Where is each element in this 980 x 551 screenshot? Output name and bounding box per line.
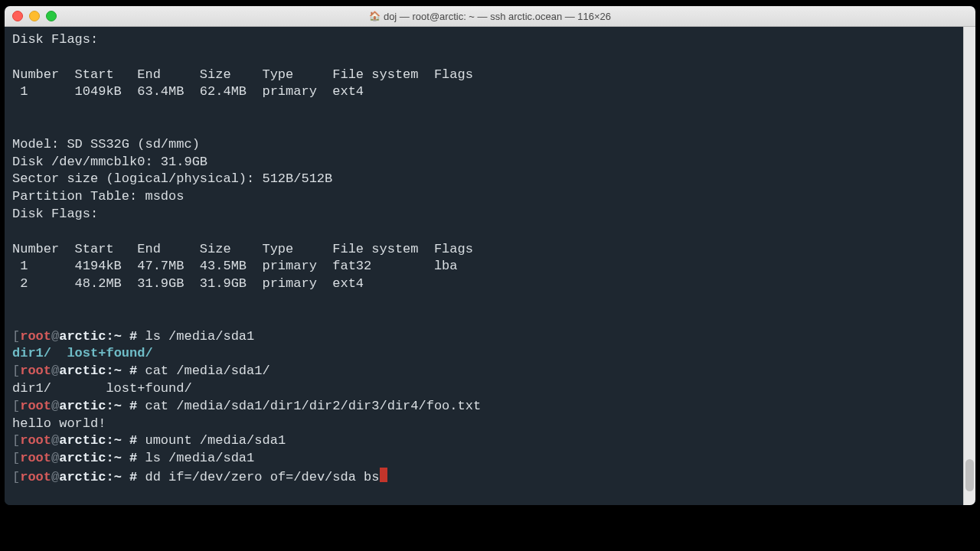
bracket: [ — [12, 364, 20, 378]
prompt-path: :~ # — [106, 364, 137, 378]
terminal-body: Disk Flags: Number Start End Size Type F… — [5, 27, 975, 505]
dir: dir1/ — [12, 346, 51, 360]
prompt-path: :~ # — [106, 399, 137, 413]
line: Model: SD SS32G (sd/mmc) — [12, 137, 200, 152]
dir: lost+found/ — [51, 346, 153, 360]
bracket: [ — [12, 399, 20, 413]
bracket: [ — [12, 329, 20, 344]
line: Disk Flags: — [12, 207, 98, 221]
cmd: dd if=/dev/zero of=/dev/sda bs — [137, 470, 379, 484]
prompt-path: :~ # — [106, 433, 137, 448]
traffic-lights — [5, 11, 57, 21]
line: Disk Flags: — [12, 32, 98, 47]
line: 2 48.2MB 31.9GB 31.9GB primary ext4 — [12, 276, 364, 291]
titlebar[interactable]: 🏠 doj — root@arctic: ~ — ssh arctic.ocea… — [5, 6, 975, 27]
prompt-user: root — [20, 470, 51, 484]
prompt-at: @ — [51, 329, 59, 344]
prompt-host: arctic — [59, 433, 106, 448]
prompt-host: arctic — [59, 451, 106, 465]
cmd: umount /media/sda1 — [137, 433, 286, 448]
line: Partition Table: msdos — [12, 189, 184, 204]
cmd: cat /media/sda1/ — [137, 364, 270, 378]
prompt-path: :~ # — [106, 329, 137, 344]
prompt-host: arctic — [59, 329, 106, 344]
line: Number Start End Size Type File system F… — [12, 67, 473, 82]
terminal-output[interactable]: Disk Flags: Number Start End Size Type F… — [5, 27, 963, 505]
cmd: ls /media/sda1 — [137, 329, 254, 344]
line: Sector size (logical/physical): 512B/512… — [12, 171, 332, 186]
prompt-path: :~ # — [106, 470, 137, 484]
line: hello world! — [12, 416, 106, 431]
prompt-host: arctic — [59, 364, 106, 378]
bracket: [ — [12, 433, 20, 448]
prompt-at: @ — [51, 470, 59, 484]
prompt-host: arctic — [59, 399, 106, 413]
zoom-icon[interactable] — [46, 11, 57, 21]
scroll-thumb[interactable] — [965, 459, 974, 491]
home-icon: 🏠 — [369, 11, 381, 21]
cmd: cat /media/sda1/dir1/dir2/dir3/dir4/foo.… — [137, 399, 481, 413]
line: Disk /dev/mmcblk0: 31.9GB — [12, 155, 207, 169]
line: 1 4194kB 47.7MB 43.5MB primary fat32 lba — [12, 259, 458, 273]
close-icon[interactable] — [12, 11, 23, 21]
bracket: [ — [12, 470, 20, 484]
prompt-user: root — [20, 329, 51, 344]
line: dir1/ lost+found/ — [12, 381, 192, 396]
prompt-path: :~ # — [106, 451, 137, 465]
window-title: 🏠 doj — root@arctic: ~ — ssh arctic.ocea… — [5, 11, 975, 22]
cursor-icon — [380, 468, 387, 482]
line: 1 1049kB 63.4MB 62.4MB primary ext4 — [12, 84, 364, 99]
line: Number Start End Size Type File system F… — [12, 242, 473, 256]
prompt-host: arctic — [59, 470, 106, 484]
prompt-user: root — [20, 451, 51, 465]
prompt-at: @ — [51, 451, 59, 465]
cmd: ls /media/sda1 — [137, 451, 254, 465]
prompt-user: root — [20, 433, 51, 448]
window-title-text: doj — root@arctic: ~ — ssh arctic.ocean … — [384, 11, 611, 22]
prompt-at: @ — [51, 433, 59, 448]
scrollbar[interactable] — [963, 27, 975, 505]
minimize-icon[interactable] — [29, 11, 40, 21]
bracket: [ — [12, 451, 20, 465]
terminal-window: 🏠 doj — root@arctic: ~ — ssh arctic.ocea… — [5, 6, 975, 505]
prompt-at: @ — [51, 364, 59, 378]
prompt-user: root — [20, 399, 51, 413]
prompt-at: @ — [51, 399, 59, 413]
prompt-user: root — [20, 364, 51, 378]
